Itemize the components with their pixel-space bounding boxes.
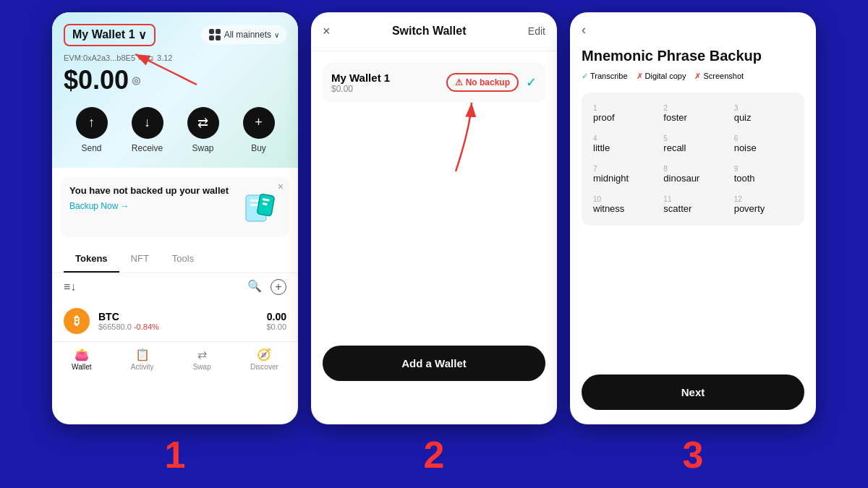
- screen1-frame: My Wallet 1 ∨ All mainnets ∨: [52, 12, 298, 424]
- copy-icon[interactable]: ⧉: [138, 53, 143, 62]
- transcribe-label: Transcribe: [590, 72, 628, 80]
- nav-discover[interactable]: 🧭 Discover: [250, 348, 278, 371]
- back-button[interactable]: ‹: [582, 22, 586, 38]
- word-text-8: dinosaur: [663, 173, 722, 184]
- nav-wallet[interactable]: 👛 Wallet: [72, 348, 91, 371]
- word-num-7: 7: [593, 165, 652, 173]
- word-text-2: foster: [663, 112, 722, 123]
- chevron-down-icon: ∨: [138, 28, 147, 42]
- add-wallet-button[interactable]: Add a Wallet: [323, 346, 545, 381]
- wallet-nav-icon: 👛: [75, 348, 89, 361]
- activity-nav-icon: 📋: [135, 348, 150, 361]
- btc-usd: $0.00: [266, 322, 286, 331]
- nav-swap[interactable]: ⇄ Swap: [193, 348, 211, 371]
- network-chevron-icon: ∨: [274, 31, 279, 39]
- svg-rect-0: [209, 29, 214, 34]
- word-num-2: 2: [663, 104, 722, 112]
- activity-nav-label: Activity: [131, 363, 154, 371]
- word-text-12: poverty: [734, 203, 793, 214]
- nav-activity[interactable]: 📋 Activity: [131, 348, 154, 371]
- no-backup-badge: ⚠ No backup: [446, 73, 519, 92]
- wallet-title-box[interactable]: My Wallet 1 ∨: [64, 24, 156, 46]
- switch-wallet-title: Switch Wallet: [392, 25, 467, 38]
- mnemonic-word-9: 9tooth: [734, 165, 793, 184]
- receive-button[interactable]: ↓ Receive: [132, 107, 163, 153]
- network-pill[interactable]: All mainnets ∨: [201, 25, 286, 44]
- buy-icon: +: [243, 107, 275, 139]
- svg-rect-3: [216, 35, 221, 40]
- sort-icon[interactable]: ≡↓: [64, 281, 76, 294]
- switch-wallet-header: × Switch Wallet Edit: [311, 12, 557, 51]
- swap-button[interactable]: ⇄ Swap: [187, 107, 219, 153]
- word-text-4: little: [593, 142, 652, 153]
- send-button[interactable]: ↑ Send: [76, 107, 108, 153]
- btc-change: -0.84%: [134, 322, 159, 331]
- token-amount: 0.00 $0.00: [266, 311, 286, 331]
- buy-button[interactable]: + Buy: [243, 107, 275, 153]
- wallet-title: My Wallet 1: [72, 28, 135, 41]
- word-num-4: 4: [593, 134, 652, 142]
- swap-nav-label: Swap: [193, 363, 211, 371]
- edit-button[interactable]: Edit: [528, 25, 545, 37]
- add-token-icon[interactable]: +: [271, 279, 286, 295]
- tab-tokens[interactable]: Tokens: [64, 246, 119, 273]
- word-text-3: quiz: [734, 112, 793, 123]
- wallet-item-balance: $0.00: [331, 84, 390, 94]
- mnemonic-word-7: 7midnight: [593, 165, 652, 184]
- send-label: Send: [81, 143, 101, 153]
- close-button[interactable]: ×: [323, 24, 331, 39]
- mnemonic-word-5: 5recall: [663, 134, 722, 153]
- word-num-9: 9: [734, 165, 793, 173]
- backup-banner: You have not backed up your wallet Backu…: [61, 176, 289, 237]
- balance-info-icon: ◎: [132, 74, 140, 86]
- wallet-item-info: My Wallet 1 $0.00: [331, 72, 390, 94]
- word-num-12: 12: [734, 195, 793, 203]
- btc-token-row[interactable]: ₿ BTC $66580.0 -0.84% 0.00 $0.00: [52, 301, 298, 341]
- network-label: All mainnets: [224, 30, 271, 40]
- word-text-6: noise: [734, 142, 793, 153]
- mnemonic-checks: ✓ Transcribe ✗ Digital copy ✗ Screenshot: [582, 72, 804, 81]
- search-icon[interactable]: 🔍: [247, 279, 262, 295]
- word-text-9: tooth: [734, 173, 793, 184]
- svg-rect-1: [216, 29, 221, 34]
- swap-nav-icon: ⇄: [197, 348, 207, 361]
- bottom-nav: 👛 Wallet 📋 Activity ⇄ Swap 🧭 Discover: [52, 341, 298, 377]
- mnemonic-grid: 1proof2foster3quiz4little5recall6noise7m…: [582, 93, 804, 226]
- btc-icon: ₿: [64, 308, 90, 334]
- balance-amount: $0.00: [64, 65, 129, 95]
- tab-nft[interactable]: NFT: [119, 246, 161, 273]
- next-button[interactable]: Next: [582, 374, 804, 410]
- step-label-2: 2: [311, 433, 557, 476]
- btc-amount: 0.00: [266, 311, 286, 322]
- mnemonic-word-12: 12poverty: [734, 195, 793, 214]
- mnemonic-title: Mnemonic Phrase Backup: [582, 48, 804, 64]
- wallet-item-1[interactable]: My Wallet 1 $0.00 ⚠ No backup ✓: [323, 63, 545, 103]
- mnemonic-header: ‹: [570, 12, 816, 48]
- token-toolbar: ≡↓ 🔍 +: [52, 273, 298, 301]
- tab-bar: Tokens NFT Tools: [52, 246, 298, 273]
- warning-icon: ⚠: [455, 77, 463, 87]
- digital-copy-icon: ✗: [637, 72, 643, 81]
- discover-nav-label: Discover: [250, 363, 278, 371]
- wallet-item-name: My Wallet 1: [331, 72, 390, 84]
- btc-price: $66580.0: [98, 322, 134, 331]
- grid-icon: [208, 28, 221, 41]
- word-text-1: proof: [593, 112, 652, 123]
- no-backup-label: No backup: [466, 77, 510, 87]
- word-num-1: 1: [593, 104, 652, 112]
- mnemonic-word-6: 6noise: [734, 134, 793, 153]
- word-text-7: midnight: [593, 173, 652, 184]
- backup-close-icon[interactable]: ×: [278, 181, 284, 192]
- tab-tools[interactable]: Tools: [161, 246, 205, 273]
- step-label-1: 1: [52, 433, 298, 476]
- word-num-8: 8: [663, 165, 722, 173]
- buy-label: Buy: [251, 143, 266, 153]
- file-icon: 🗂: [146, 53, 154, 62]
- wallet-nav-label: Wallet: [72, 363, 91, 371]
- check-digital-copy: ✗ Digital copy: [637, 72, 686, 81]
- token-price: $66580.0 -0.84%: [98, 322, 258, 331]
- svg-rect-2: [209, 35, 214, 40]
- backup-now-link[interactable]: Backup Now →: [69, 201, 237, 211]
- word-text-11: scatter: [663, 203, 722, 214]
- check-screenshot: ✗ Screenshot: [694, 72, 744, 81]
